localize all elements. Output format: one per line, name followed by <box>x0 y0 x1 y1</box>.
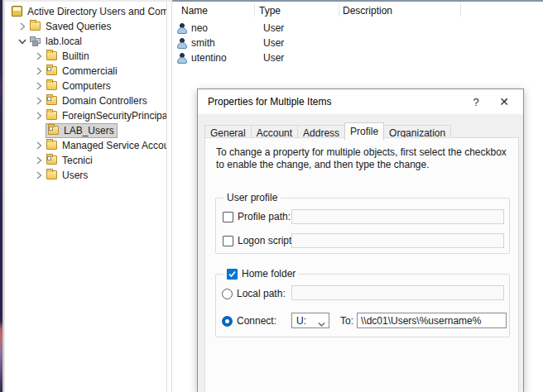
connect-row: Connect: <box>222 315 276 327</box>
home-folder-groupbox: Home folder Local path: Connect: U: To: <box>215 274 510 337</box>
cell-type: User <box>263 22 284 34</box>
to-label: To: <box>340 315 353 327</box>
list-row-smith[interactable]: smith User <box>177 36 215 50</box>
chevron-right-icon[interactable] <box>31 65 46 77</box>
column-divider[interactable] <box>339 3 339 17</box>
chevron-down-icon <box>318 318 325 330</box>
drive-letter-select[interactable]: U: <box>291 313 329 328</box>
profile-path-row: Profile path: <box>223 211 291 222</box>
folder-icon <box>46 110 59 122</box>
column-divider[interactable] <box>254 3 255 17</box>
chevron-right-icon[interactable] <box>31 50 46 62</box>
chevron-down-icon[interactable] <box>15 36 29 47</box>
tree-item-foreign-security-principals[interactable]: ForeignSecurityPrincipals <box>5 108 166 123</box>
profile-path-label[interactable]: Profile path: <box>238 211 291 222</box>
logon-script-label[interactable]: Logon script: <box>238 235 295 246</box>
tree-item-label: Commerciali <box>62 65 118 77</box>
logon-script-input[interactable] <box>291 233 504 248</box>
chevron-right-icon[interactable] <box>31 170 46 181</box>
tree-item-label: Tecnici <box>62 155 93 166</box>
close-icon[interactable]: ✕ <box>490 90 518 113</box>
panel-splitter[interactable] <box>168 2 172 392</box>
cell-name: utentino <box>191 52 227 64</box>
list-row-utentino[interactable]: utentino User <box>177 50 227 65</box>
folder-icon <box>46 50 59 62</box>
list-header: Name Type Description <box>173 2 543 18</box>
tree-item-active-directory-root[interactable]: Active Directory Users and Com <box>5 4 166 19</box>
connect-radio[interactable] <box>222 316 233 327</box>
column-header-name[interactable]: Name <box>181 5 208 17</box>
profile-path-input[interactable] <box>291 209 504 224</box>
ou-folder-icon <box>46 95 59 107</box>
connect-to-input[interactable] <box>357 313 507 328</box>
local-path-label[interactable]: Local path: <box>237 288 286 299</box>
logon-script-checkbox[interactable] <box>223 236 233 246</box>
user-icon <box>177 53 187 64</box>
dialog-titlebar[interactable]: Properties for Multiple Items ? ✕ <box>198 89 523 114</box>
user-icon <box>177 23 187 34</box>
user-icon <box>177 38 187 49</box>
tree-item-label: Saved Queries <box>46 21 111 32</box>
help-button[interactable]: ? <box>462 90 490 113</box>
chevron-right-icon[interactable] <box>31 140 46 151</box>
tree-item-label: Computers <box>62 80 111 92</box>
properties-dialog: Properties for Multiple Items ? ✕ Genera… <box>197 88 524 392</box>
cell-name: neo <box>191 22 208 34</box>
chevron-right-icon[interactable] <box>31 155 46 166</box>
chevron-right-icon[interactable] <box>31 80 46 92</box>
console-tree-panel: Active Directory Users and Com Saved Que… <box>5 2 167 392</box>
folder-icon <box>46 140 59 151</box>
tree-item-label: lab.local <box>46 36 82 47</box>
tree-item-label: LAB_Users <box>64 125 114 136</box>
console-root-icon <box>11 6 24 17</box>
logon-script-row: Logon script: <box>223 235 295 246</box>
chevron-right-icon[interactable] <box>31 95 46 107</box>
tree-item-computers[interactable]: Computers <box>5 79 166 93</box>
local-path-radio[interactable] <box>222 289 233 299</box>
folder-icon <box>46 170 59 181</box>
cell-name: smith <box>191 37 215 49</box>
list-row-neo[interactable]: neo User <box>177 21 208 36</box>
tree-item-builtin[interactable]: Builtin <box>5 49 166 64</box>
tab-profile[interactable]: Profile <box>344 122 384 140</box>
instruction-text: To change a property for multiple object… <box>216 146 511 171</box>
profile-path-checkbox[interactable] <box>223 212 233 222</box>
tree-item-lab-users[interactable]: LAB_Users <box>5 123 166 138</box>
column-header-description[interactable]: Description <box>343 5 392 17</box>
home-folder-label[interactable]: Home folder <box>242 268 296 280</box>
column-divider[interactable] <box>460 3 461 17</box>
tree-item-label: Users <box>62 170 88 181</box>
home-folder-caption: Home folder <box>223 268 299 280</box>
chevron-right-icon[interactable] <box>31 110 46 122</box>
profile-tab-page: To change a property for multiple object… <box>204 137 519 392</box>
tree-item-domain-controllers[interactable]: Domain Controllers <box>5 93 166 108</box>
tree-item-lab-local[interactable]: lab.local <box>5 34 166 49</box>
ou-folder-icon <box>47 125 60 136</box>
ou-folder-icon <box>46 65 59 77</box>
dialog-title: Properties for Multiple Items <box>198 96 462 108</box>
user-profile-groupbox: User profile Profile path: Logon script: <box>215 198 510 254</box>
tree-item-users[interactable]: Users <box>5 168 166 183</box>
tree-selection-highlight: LAB_Users <box>46 123 118 138</box>
folder-icon <box>46 80 59 92</box>
ou-folder-icon <box>46 155 59 166</box>
column-header-type[interactable]: Type <box>259 5 281 17</box>
local-path-input[interactable] <box>291 285 504 300</box>
tree-item-label: Domain Controllers <box>62 95 147 107</box>
tree-item-label: Builtin <box>62 50 89 62</box>
tree-item-commerciali[interactable]: Commerciali <box>5 64 166 79</box>
aduc-window: Active Directory Users and Com Saved Que… <box>0 0 543 392</box>
tree-item-managed-service-accounts[interactable]: Managed Service Accounts <box>5 138 166 153</box>
chevron-right-icon[interactable] <box>15 21 29 32</box>
drive-letter-value: U: <box>296 315 306 327</box>
tree-item-label: Active Directory Users and Com <box>27 6 167 17</box>
local-path-row: Local path: <box>222 288 286 299</box>
tree-item-tecnici[interactable]: Tecnici <box>5 153 166 168</box>
connect-label[interactable]: Connect: <box>237 315 276 327</box>
tree-item-label: ForeignSecurityPrincipals <box>62 110 167 122</box>
tree-item-label: Managed Service Accounts <box>62 140 167 151</box>
user-profile-group-title: User profile <box>223 192 281 203</box>
folder-icon <box>29 21 42 32</box>
home-folder-checkbox[interactable] <box>227 269 238 280</box>
tree-item-saved-queries[interactable]: Saved Queries <box>5 19 166 34</box>
